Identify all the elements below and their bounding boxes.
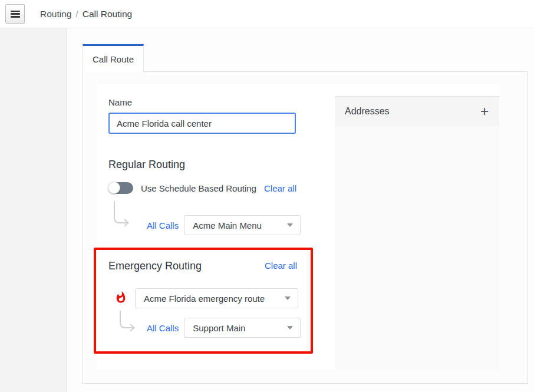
schedule-based-routing-toggle[interactable] xyxy=(108,182,133,194)
emergency-routing-header: Emergency Routing Clear all xyxy=(108,260,297,272)
name-input[interactable] xyxy=(108,113,296,134)
dropdown-value: Acme Florida emergency route xyxy=(144,294,265,304)
breadcrumb-item-routing[interactable]: Routing xyxy=(40,9,71,19)
regular-routing-title: Regular Routing xyxy=(108,159,185,171)
addresses-body xyxy=(335,126,499,370)
dropdown-caret-icon xyxy=(285,297,291,300)
elbow-arrow-icon xyxy=(113,201,133,228)
all-calls-link[interactable]: All Calls xyxy=(147,220,179,230)
emergency-route-dropdown[interactable]: Acme Florida emergency route xyxy=(135,288,298,308)
emergency-routing-title: Emergency Routing xyxy=(108,260,202,272)
plus-icon: + xyxy=(480,103,489,119)
all-calls-link[interactable]: All Calls xyxy=(147,323,179,333)
toggle-knob-icon xyxy=(108,182,120,194)
dropdown-caret-icon xyxy=(287,223,293,227)
dropdown-value: Support Main xyxy=(193,323,245,333)
dropdown-caret-icon xyxy=(287,326,293,330)
add-address-button[interactable]: + xyxy=(479,104,490,118)
menu-button[interactable] xyxy=(5,4,25,24)
breadcrumb-item-call-routing: Call Routing xyxy=(83,9,132,19)
breadcrumb: Routing / Call Routing xyxy=(40,0,132,28)
schedule-toggle-label: Use Schedule Based Routing xyxy=(141,183,256,193)
acme-main-menu-dropdown[interactable]: Acme Main Menu xyxy=(184,215,301,235)
support-main-dropdown[interactable]: Support Main xyxy=(184,318,301,338)
breadcrumb-separator: / xyxy=(75,9,78,19)
flame-icon xyxy=(114,289,127,305)
tab-call-route[interactable]: Call Route xyxy=(83,44,144,73)
emergency-clear-all-link[interactable]: Clear all xyxy=(265,261,297,271)
top-bar: Routing / Call Routing xyxy=(0,0,534,28)
tab-label: Call Route xyxy=(93,54,134,64)
hamburger-icon xyxy=(11,11,20,18)
left-sidebar xyxy=(0,28,67,392)
name-label: Name xyxy=(108,97,132,107)
dropdown-value: Acme Main Menu xyxy=(193,220,262,230)
regular-rule-row: All Calls Acme Main Menu xyxy=(147,215,301,235)
addresses-title: Addresses xyxy=(345,106,390,117)
schedule-toggle-row: Use Schedule Based Routing Clear all xyxy=(108,182,296,194)
regular-clear-all-link[interactable]: Clear all xyxy=(264,183,296,193)
elbow-arrow-icon xyxy=(118,311,139,333)
addresses-panel: Addresses + xyxy=(335,96,499,370)
emergency-rule-row: All Calls Support Main xyxy=(147,318,301,338)
addresses-header: Addresses + xyxy=(335,96,499,126)
